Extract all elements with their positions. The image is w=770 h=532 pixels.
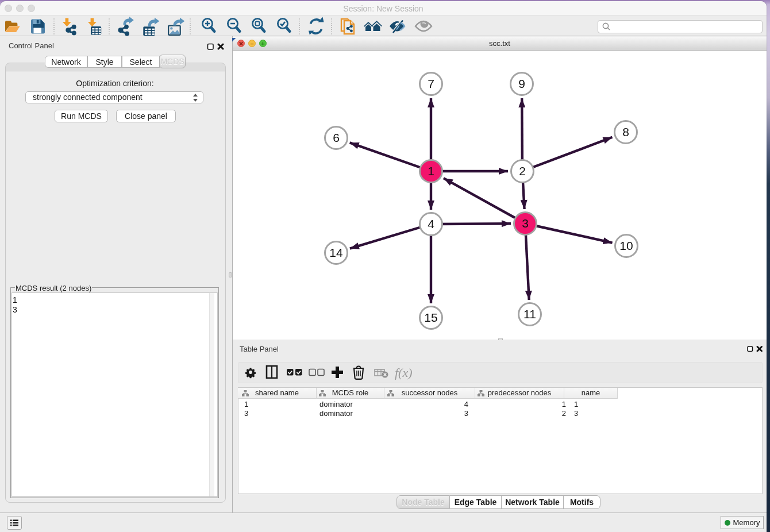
- svg-text:8: 8: [622, 125, 629, 138]
- svg-text:11: 11: [523, 307, 536, 321]
- svg-text:1: 1: [428, 164, 434, 178]
- svg-text:4: 4: [428, 217, 434, 230]
- svg-text:15: 15: [424, 311, 437, 324]
- svg-text:14: 14: [329, 246, 343, 259]
- svg-text:9: 9: [518, 77, 525, 90]
- svg-text:3: 3: [522, 217, 529, 230]
- svg-text:2: 2: [519, 164, 526, 178]
- svg-text:f(x): f(x): [395, 365, 413, 380]
- svg-text:10: 10: [619, 239, 633, 252]
- svg-text:7: 7: [428, 77, 434, 90]
- svg-text:6: 6: [333, 131, 340, 144]
